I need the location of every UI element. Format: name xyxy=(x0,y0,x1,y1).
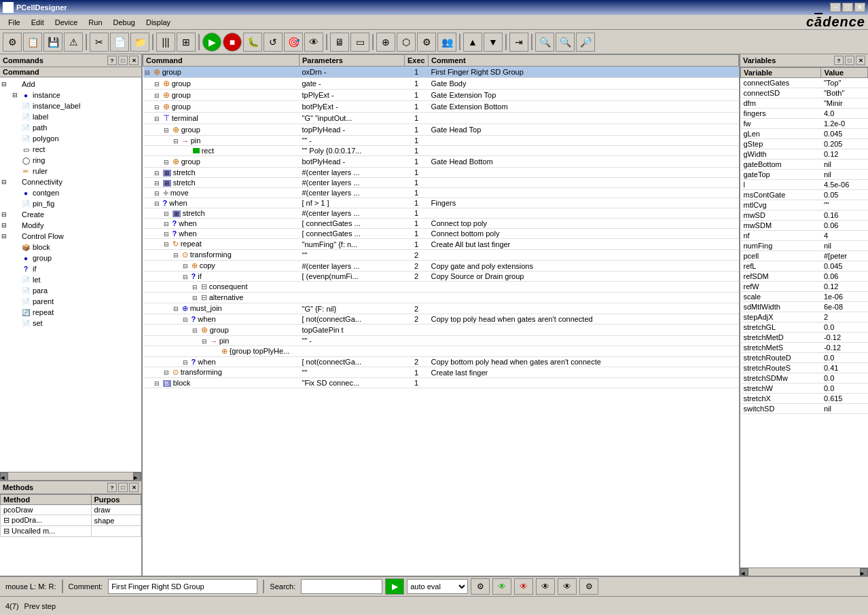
tree-item-instance[interactable]: ⊟ ● instance xyxy=(1,90,140,100)
cmd-row[interactable]: ⊟ ⊙ transforming "" 1 Create last finger xyxy=(143,367,739,378)
tree-item-path[interactable]: 📄 path xyxy=(1,122,140,133)
cmd-row[interactable]: ⊟ ⊕ group botPlyExt - 1 Gate Extension B… xyxy=(143,101,739,113)
expand-btn[interactable]: ⊟ xyxy=(154,200,160,207)
cmd-row[interactable]: ⊟ ✛ move #(center layers ... 1 xyxy=(143,188,739,198)
methods-row[interactable]: pcoDrawdraw xyxy=(1,505,141,515)
expand-btn[interactable]: ⊟ xyxy=(192,327,198,334)
expand-btn[interactable]: ⊟ xyxy=(192,284,198,291)
expand-btn[interactable]: ⊟ xyxy=(154,104,160,111)
cmd-row[interactable]: ⊟ ? when [ nf > 1 ] 1 Fingers xyxy=(143,198,739,208)
commands-help-btn[interactable]: ? xyxy=(107,56,117,65)
expand-btn[interactable]: ⊟ xyxy=(154,115,160,122)
scroll-left-btn[interactable]: ◂ xyxy=(0,472,8,481)
vars-row[interactable]: gLen0.045 xyxy=(741,129,868,139)
comment-input[interactable] xyxy=(108,579,257,594)
tree-item-polygon[interactable]: 📄 polygon xyxy=(1,133,140,144)
toolbar-play-btn[interactable]: ▶ xyxy=(202,33,221,52)
expand-btn[interactable]: ⊟ xyxy=(173,252,179,259)
toolbar-screen-btn[interactable]: 🖥 xyxy=(330,33,349,52)
cmd-row[interactable]: ⊟ ⊞ stretch #(center layers ... 1 xyxy=(143,168,739,178)
methods-close-btn[interactable]: ✕ xyxy=(129,483,139,492)
tree-toggle-instance[interactable]: ⊟ xyxy=(12,92,20,98)
tree-toggle-conn[interactable]: ⊟ xyxy=(1,179,10,185)
tree-toggle-create[interactable]: ⊟ xyxy=(1,211,10,218)
cmd-row[interactable]: ⊟ ⊕ group topGatePin t xyxy=(143,324,739,336)
tree-item-if[interactable]: ? if xyxy=(1,263,140,274)
vars-row[interactable]: connectGates"Top" xyxy=(741,78,868,88)
vars-row[interactable]: refSDM0.06 xyxy=(741,272,868,282)
cmd-row[interactable]: ⊟ ⊤ terminal "G" "inputOut... 1 xyxy=(143,113,739,124)
cmd-row[interactable]: ⊟ ⊕ group oxDrn - 1 First Finger Right S… xyxy=(143,67,739,78)
vars-row[interactable]: nf4 xyxy=(741,231,868,241)
tree-toggle-modify[interactable]: ⊟ xyxy=(1,222,10,229)
methods-min-btn[interactable]: □ xyxy=(118,483,128,492)
cmd-row[interactable]: ⊟ → pin "" - 1 xyxy=(143,136,739,146)
cmd-row[interactable]: ⊟ ⊞ stretch #(center layers ... 1 xyxy=(143,178,739,188)
toolbar-grid-btn[interactable]: ⊞ xyxy=(177,33,196,52)
expand-btn[interactable]: ⊟ xyxy=(154,170,160,176)
toolbar-paste-btn[interactable]: 📄 xyxy=(110,33,129,52)
expand-btn[interactable]: ⊟ xyxy=(145,69,150,76)
expand-btn[interactable]: ⊟ xyxy=(164,127,169,134)
vars-row[interactable]: refL0.045 xyxy=(741,261,868,272)
vars-row[interactable]: gateBottomnil xyxy=(741,160,868,170)
vars-row[interactable]: mwSD0.16 xyxy=(741,210,868,221)
expand-btn[interactable]: ⊟ xyxy=(183,316,188,323)
menu-run[interactable]: Run xyxy=(83,17,107,28)
commands-close-btn[interactable]: ✕ xyxy=(129,56,139,65)
expand-btn[interactable]: ⊟ xyxy=(183,263,188,269)
toolbar-stop-btn[interactable]: ■ xyxy=(223,33,242,52)
tree-toggle-ctrlflow[interactable]: ⊟ xyxy=(1,233,10,240)
menu-display[interactable]: Display xyxy=(141,17,176,28)
expand-btn[interactable]: ⊟ xyxy=(192,295,198,301)
variables-close-btn[interactable]: ✕ xyxy=(856,56,865,65)
vars-row[interactable]: stepAdjX2 xyxy=(741,312,868,322)
toolbar-copy-btn[interactable]: 📋 xyxy=(23,33,42,52)
cmd-row[interactable]: ⊟ ⊙ transforming "" 2 xyxy=(143,250,739,261)
tree-item-cf-group[interactable]: ● group xyxy=(1,253,140,263)
vars-row[interactable]: pcell#[peter xyxy=(741,251,868,261)
close-button[interactable]: ✕ xyxy=(854,3,865,12)
expand-btn[interactable]: ⊟ xyxy=(164,231,169,238)
expand-btn[interactable]: ⊟ xyxy=(183,274,188,280)
vars-row[interactable]: refW0.12 xyxy=(741,282,868,292)
search-input[interactable] xyxy=(301,579,382,594)
commands-min-btn[interactable]: □ xyxy=(118,56,128,65)
tree-item-set[interactable]: 📄 set xyxy=(1,318,140,329)
cmd-row[interactable]: ⊟ B block "Fix SD connec... 1 xyxy=(143,378,739,388)
tree-item-let[interactable]: 📄 let xyxy=(1,274,140,285)
toolbar-refresh-btn[interactable]: ↺ xyxy=(264,33,283,52)
vars-scroll-right[interactable]: ▸ xyxy=(860,568,868,576)
variables-help-btn[interactable]: ? xyxy=(834,56,844,65)
toolbar-zoom-out-btn[interactable]: 🔍 xyxy=(535,33,554,52)
vars-row[interactable]: stretchRouteS0.41 xyxy=(741,363,868,373)
variables-min-btn[interactable]: □ xyxy=(845,56,854,65)
cmd-row[interactable]: ⊟ ⊟ alternative xyxy=(143,293,739,303)
cmd-row[interactable]: ⊟ ⊕ must_join "G" {F: nil} 2 xyxy=(143,303,739,314)
vars-row[interactable]: stretchMetD-0.12 xyxy=(741,333,868,343)
tree-item-ctrlflow[interactable]: ⊟ Control Flow xyxy=(1,231,140,242)
toolbar-hierarchy-btn[interactable]: ⊕ xyxy=(376,33,395,52)
tree-item-modify[interactable]: ⊟ Modify xyxy=(1,220,140,231)
cmd-row[interactable]: ⊟ ⊕ group topPlyHead - 1 Gate Head Top xyxy=(143,124,739,136)
scroll-right-btn[interactable]: ▸ xyxy=(133,472,141,481)
eye1-icon-btn[interactable]: 👁 xyxy=(492,578,511,595)
cmd-row[interactable]: ⊟ ⊕ group botPlyHead - 1 Gate Head Botto… xyxy=(143,156,739,168)
toolbar-target-btn[interactable]: 🎯 xyxy=(284,33,303,52)
expand-btn[interactable]: ⊟ xyxy=(173,305,179,312)
cmd-row[interactable]: ⊟ ⊟ consequent xyxy=(143,282,739,293)
expand-btn[interactable]: ⊟ xyxy=(154,180,160,187)
expand-btn[interactable]: ⊟ xyxy=(183,359,188,366)
tree-item-ring[interactable]: ◯ ring xyxy=(1,155,140,166)
toolbar-export-btn[interactable]: ⇥ xyxy=(509,33,528,52)
vars-row[interactable]: connectSD"Both" xyxy=(741,88,868,98)
cmd-row[interactable]: ⊟ ? when [ not(connectGa... 2 Copy top p… xyxy=(143,314,739,324)
toolbar-zoom-in-btn[interactable]: 🔍 xyxy=(556,33,575,52)
tree-item-instance-label[interactable]: 📄 instance_label xyxy=(1,100,140,111)
menu-device[interactable]: Device xyxy=(50,17,84,28)
vars-row[interactable]: fingers4.0 xyxy=(741,109,868,119)
toolbar-down-btn[interactable]: ▼ xyxy=(484,33,503,52)
eye2-icon-btn[interactable]: 👁 xyxy=(514,578,533,595)
cmd-row[interactable]: ⊟ ? when [ not(connectGa... 2 Copy botto… xyxy=(143,357,739,367)
vars-row[interactable]: stretchX0.615 xyxy=(741,394,868,404)
